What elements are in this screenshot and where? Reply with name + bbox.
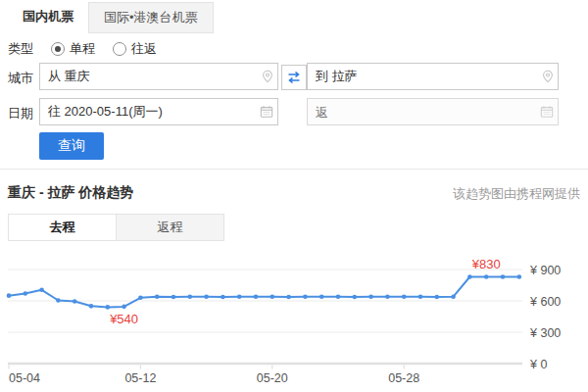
data-point (303, 294, 308, 299)
search-button[interactable]: 查询 (39, 132, 104, 160)
flight-search-page: 国内机票 国际•港澳台机票 类型 单程 往返 城市 日期 (0, 0, 588, 392)
data-point (138, 296, 143, 301)
flight-type-tabs: 国内机票 国际•港澳台机票 (8, 2, 214, 33)
oneway-label[interactable]: 单程 (70, 40, 95, 58)
data-point (501, 274, 506, 279)
y-tick-label: ¥ 900 (529, 264, 561, 277)
data-point (220, 295, 225, 300)
data-point (451, 294, 456, 299)
data-point (418, 294, 423, 299)
swap-arrows-icon (286, 70, 302, 85)
price-annotation: ¥540 (109, 312, 138, 326)
to-city-input[interactable] (307, 63, 559, 90)
data-point (73, 299, 77, 304)
data-point (336, 294, 341, 299)
city-label: 城市 (8, 70, 33, 87)
x-tick-label: 05-28 (388, 371, 419, 385)
data-point (155, 294, 160, 299)
price-trend-chart-container: ¥ 900¥ 600¥ 300¥ 005-0405-1205-2005-28¥5… (0, 248, 588, 392)
swap-cities-button[interactable] (281, 65, 307, 90)
y-tick-label: ¥ 300 (529, 326, 561, 340)
roundtrip-radio[interactable] (113, 42, 126, 56)
trip-type-radio-group: 单程 往返 (51, 40, 174, 58)
tab-domestic-flights[interactable]: 国内机票 (8, 2, 88, 33)
trip-type-label: 类型 (8, 40, 33, 58)
depart-date-input[interactable] (39, 98, 278, 125)
section-divider (0, 169, 588, 170)
data-point (204, 294, 209, 299)
y-tick-label: ¥ 600 (529, 295, 561, 309)
x-tick-label: 05-12 (124, 371, 156, 385)
data-point (254, 294, 259, 299)
data-point (467, 274, 472, 279)
trend-direction-tabs: 去程 返程 (8, 214, 224, 241)
data-point (7, 293, 12, 298)
data-point (122, 305, 126, 310)
data-point (270, 294, 275, 299)
data-point (188, 294, 193, 299)
price-line (9, 277, 519, 308)
data-point (286, 295, 291, 300)
data-point (39, 288, 44, 293)
data-point (89, 304, 94, 309)
price-annotation: ¥830 (471, 257, 501, 271)
price-trend-chart: ¥ 900¥ 600¥ 300¥ 005-0405-1205-2005-28¥5… (0, 248, 588, 392)
radio-selected-dot (55, 46, 61, 52)
trend-source-note: 该趋势图由携程网提供 (453, 185, 580, 203)
data-point (484, 274, 489, 279)
data-point (319, 294, 324, 299)
data-point (368, 294, 373, 299)
roundtrip-label[interactable]: 往返 (131, 40, 157, 58)
data-point (517, 274, 522, 279)
data-point (106, 305, 111, 310)
data-point (435, 295, 440, 300)
data-point (402, 294, 407, 299)
data-point (237, 294, 242, 299)
data-point (172, 295, 176, 300)
x-tick-label: 05-20 (257, 371, 288, 385)
tab-international-flights[interactable]: 国际•港澳台机票 (88, 2, 214, 33)
data-point (385, 294, 390, 299)
data-point (24, 291, 28, 296)
tab-return[interactable]: 返程 (116, 215, 223, 240)
x-tick-label: 05-04 (9, 371, 40, 385)
y-tick-label: ¥ 0 (529, 358, 547, 371)
oneway-radio[interactable] (51, 42, 65, 56)
date-label: 日期 (8, 105, 33, 122)
return-date-input[interactable] (307, 98, 559, 125)
data-point (353, 295, 358, 300)
data-point (56, 298, 61, 303)
trend-title: 重庆 - 拉萨 价格趋势 (8, 184, 133, 202)
tab-outbound[interactable]: 去程 (9, 215, 116, 240)
from-city-input[interactable] (39, 63, 278, 90)
